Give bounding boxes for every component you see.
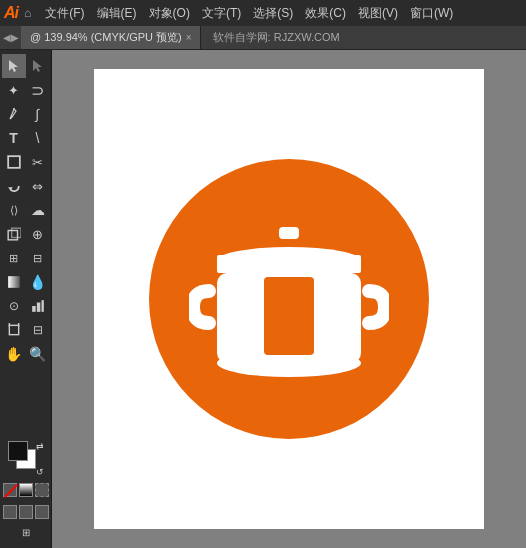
tool-shape-builder[interactable]: ⊕ [26, 222, 50, 246]
svg-rect-3 [8, 156, 20, 168]
menu-view[interactable]: 视图(V) [352, 3, 404, 24]
reset-colors-icon[interactable]: ↺ [36, 467, 44, 477]
tool-gradient[interactable] [2, 270, 26, 294]
color-swatches: ↺ ⇄ [8, 441, 44, 477]
tool-type[interactable]: T [2, 126, 26, 150]
svg-rect-14 [279, 227, 299, 239]
menu-edit[interactable]: 编辑(E) [91, 3, 143, 24]
tool-graph[interactable] [26, 294, 50, 318]
tool-eyedropper[interactable]: 💧 [26, 270, 50, 294]
svg-rect-6 [11, 228, 20, 237]
tab-active[interactable]: @ 139.94% (CMYK/GPU 预览) × [22, 26, 201, 49]
color-mode-solid[interactable] [3, 483, 17, 497]
tab-bar: ◀▶ @ 139.94% (CMYK/GPU 预览) × 软件自学网: RJZX… [0, 26, 526, 50]
tab-close-button[interactable]: × [186, 32, 192, 43]
tool-slice[interactable]: ⊟ [26, 318, 50, 342]
tool-reflect[interactable]: ⇔ [26, 174, 50, 198]
tool-mesh[interactable]: ⊟ [26, 246, 50, 270]
tool-zoom[interactable]: 🔍 [26, 342, 50, 366]
tool-rotate[interactable] [2, 174, 26, 198]
menu-object[interactable]: 对象(O) [143, 3, 196, 24]
tool-hand[interactable]: ✋ [2, 342, 26, 366]
menu-text[interactable]: 文字(T) [196, 3, 247, 24]
tool-curvature[interactable]: ∫ [26, 102, 50, 126]
screen-mode-row [3, 505, 49, 519]
color-mode-gradient[interactable] [19, 483, 33, 497]
fill-swatch[interactable] [8, 441, 28, 461]
canvas-area [52, 50, 526, 548]
svg-rect-8 [32, 306, 36, 312]
menu-bar: Ai ⌂ 文件(F) 编辑(E) 对象(O) 文字(T) 选择(S) 效果(C)… [0, 0, 526, 26]
menu-file[interactable]: 文件(F) [39, 3, 90, 24]
menu-window[interactable]: 窗口(W) [404, 3, 459, 24]
pot-icon [189, 209, 389, 389]
screen-mode-fullscreen-menu[interactable] [35, 505, 49, 519]
svg-marker-1 [33, 60, 42, 72]
artboard-bottom-icon[interactable]: ⊞ [22, 527, 30, 538]
tool-warp[interactable]: ☁ [26, 198, 50, 222]
tool-artboard[interactable] [2, 318, 26, 342]
swap-colors-icon[interactable]: ⇄ [36, 441, 44, 451]
tab-scroll-left[interactable]: ◀▶ [0, 26, 22, 49]
color-mode-row [3, 483, 49, 497]
tool-width[interactable]: ⟨⟩ [2, 198, 26, 222]
screen-mode-normal[interactable] [3, 505, 17, 519]
main-area: ✦ ⊃ ∫ T \ ✂ ⇔ [0, 50, 526, 548]
icon-circle [149, 159, 429, 439]
svg-rect-9 [36, 303, 40, 312]
canvas [94, 69, 484, 529]
svg-rect-7 [8, 276, 20, 288]
tool-selection[interactable] [2, 54, 26, 78]
app-logo: Ai [4, 4, 18, 22]
tool-eraser[interactable]: ✂ [26, 150, 50, 174]
tool-direct-selection[interactable] [26, 54, 50, 78]
svg-rect-10 [41, 300, 43, 312]
tab-label: @ 139.94% (CMYK/GPU 预览) [30, 30, 182, 45]
tool-pen[interactable] [2, 102, 26, 126]
svg-rect-16 [217, 255, 361, 273]
tool-perspective-grid[interactable]: ⊞ [2, 246, 26, 270]
menu-effect[interactable]: 效果(C) [299, 3, 352, 24]
tool-blend[interactable]: ⊙ [2, 294, 26, 318]
tool-line[interactable]: \ [26, 126, 50, 150]
toolbar: ✦ ⊃ ∫ T \ ✂ ⇔ [0, 50, 52, 548]
screen-mode-fullscreen[interactable] [19, 505, 33, 519]
tool-rectangle[interactable] [2, 150, 26, 174]
tool-lasso[interactable]: ⊃ [26, 78, 50, 102]
tool-magic-wand[interactable]: ✦ [2, 78, 26, 102]
menu-select[interactable]: 选择(S) [247, 3, 299, 24]
toolbar-bottom: ↺ ⇄ ⊞ [3, 437, 49, 544]
tool-free-transform[interactable] [2, 222, 26, 246]
tab-website: 软件自学网: RJZXW.COM [205, 26, 348, 49]
home-icon[interactable]: ⌂ [24, 6, 31, 20]
svg-rect-5 [8, 231, 17, 240]
svg-rect-19 [264, 277, 314, 355]
color-mode-none[interactable] [35, 483, 49, 497]
svg-point-2 [13, 108, 15, 110]
svg-rect-11 [9, 325, 18, 334]
svg-marker-0 [9, 60, 18, 72]
